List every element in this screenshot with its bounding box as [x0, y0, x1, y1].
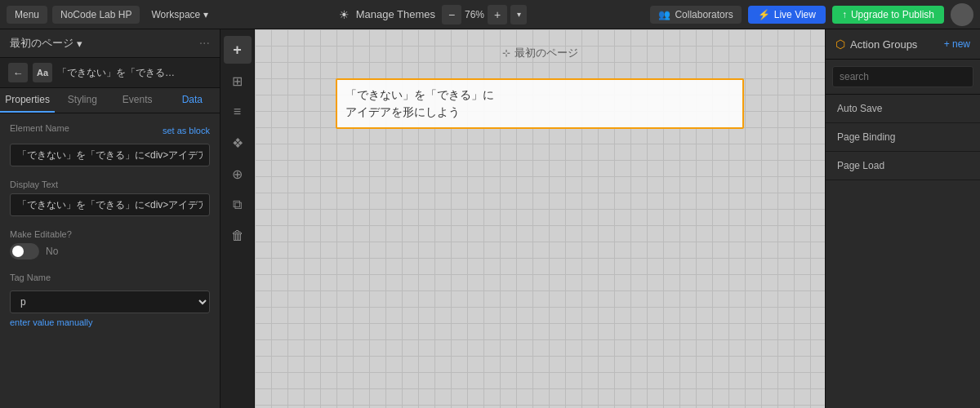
center-toolbar: + ⊞ ≡ ❖ ⊕ ⧉ 🗑	[220, 29, 255, 408]
properties-tabs: Properties Styling Events Data	[0, 88, 220, 113]
add-component-button[interactable]: ⊕	[224, 160, 252, 188]
tag-name-label: Tag Name	[10, 273, 210, 282]
element-name-row: Element Name set as block	[10, 123, 210, 166]
anchor-icon: ⊹	[502, 47, 510, 59]
action-group-item-autosave[interactable]: Auto Save	[826, 95, 980, 123]
topbar-right: 👥 Collaborators ⚡ Live View ↑ Upgrade to…	[650, 3, 973, 26]
zoom-in-button[interactable]: +	[488, 5, 507, 24]
tab-data[interactable]: Data	[165, 88, 220, 113]
properties-body: Element Name set as block Display Text M…	[0, 113, 220, 408]
canvas-page-label: 最初のページ	[514, 46, 578, 60]
display-text-input[interactable]	[10, 193, 210, 216]
action-group-item-pagebinding[interactable]: Page Binding	[826, 123, 980, 152]
chevron-down-icon: ▾	[77, 38, 82, 50]
menu-button[interactable]: Menu	[7, 6, 47, 24]
make-editable-label: Make Editable?	[10, 229, 210, 239]
chevron-down-icon: ▾	[203, 9, 208, 20]
action-group-list: Auto Save Page Binding Page Load	[826, 95, 980, 180]
right-panel-header: ⬡ Action Groups + new	[826, 29, 980, 60]
topbar-center: ☀ Manage Themes − 76% + ▾	[221, 5, 644, 24]
zoom-controls: − 76% + ▾	[442, 5, 527, 24]
tab-styling[interactable]: Styling	[55, 88, 109, 113]
breadcrumb-back-button[interactable]: ←	[8, 63, 28, 82]
add-element-button[interactable]: +	[224, 36, 252, 64]
page-header: 最初のページ ▾ ···	[0, 29, 220, 58]
right-search-area	[826, 60, 980, 95]
action-group-item-pageload[interactable]: Page Load	[826, 152, 980, 180]
theme-toggle-icon[interactable]: ☀	[339, 8, 350, 21]
tab-properties[interactable]: Properties	[0, 88, 55, 113]
make-editable-toggle[interactable]	[10, 243, 39, 259]
site-name-button[interactable]: NoCode Lab HP	[52, 6, 140, 24]
tag-name-select[interactable]: p	[10, 290, 210, 313]
breadcrumb-text: 「できない」を「できる」に<div>	[57, 66, 180, 80]
page-label-area: ⊹ 最初のページ	[502, 46, 578, 60]
topbar-left: Menu NoCode Lab HP Workspace ▾	[7, 6, 215, 24]
action-groups-icon: ⬡	[835, 38, 845, 51]
enter-manually-link[interactable]: enter value manually	[10, 317, 210, 327]
layers-button[interactable]: ≡	[224, 98, 252, 126]
tab-events[interactable]: Events	[110, 88, 165, 113]
canvas: ⊹ 最初のページ 「できない」を「できる」に アイデアを形にしよう	[255, 29, 825, 408]
live-view-button[interactable]: ⚡ Live View	[748, 6, 826, 24]
arrow-up-icon: ↑	[842, 9, 847, 20]
canvas-grid[interactable]: ⊹ 最初のページ 「できない」を「できる」に アイデアを形にしよう	[255, 29, 825, 408]
tag-name-row: Tag Name p enter value manually	[10, 273, 210, 327]
text-style-button[interactable]: Aa	[33, 63, 52, 82]
element-breadcrumb: ← Aa 「できない」を「できる」に<div>	[0, 58, 220, 88]
bolt-icon: ⚡	[758, 9, 770, 20]
page-name-button[interactable]: 最初のページ ▾	[10, 36, 82, 51]
left-panel: 最初のページ ▾ ··· ← Aa 「できない」を「できる」に<div> Pro…	[0, 29, 220, 408]
page-more-button[interactable]: ···	[199, 36, 210, 51]
collaborators-button[interactable]: 👥 Collaborators	[650, 6, 741, 24]
topbar: Menu NoCode Lab HP Workspace ▾ ☀ Manage …	[0, 0, 980, 29]
element-name-label: Element Name	[10, 123, 69, 133]
pages-button[interactable]: ⊞	[224, 67, 252, 95]
element-name-input[interactable]	[10, 144, 210, 166]
new-action-group-button[interactable]: + new	[944, 38, 970, 50]
zoom-dropdown-button[interactable]: ▾	[510, 5, 527, 24]
toggle-label: No	[46, 246, 58, 257]
workspace-button[interactable]: Workspace ▾	[145, 6, 215, 24]
action-group-search-input[interactable]	[832, 66, 973, 87]
action-groups-title: ⬡ Action Groups	[835, 38, 917, 51]
copy-button[interactable]: ⧉	[224, 191, 252, 219]
publish-button[interactable]: ↑ Upgrade to Publish	[832, 6, 944, 24]
zoom-value: 76%	[465, 9, 484, 20]
components-button[interactable]: ❖	[224, 129, 252, 157]
text-element-content: 「できない」を「できる」に アイデアを形にしよう	[345, 86, 734, 121]
manage-themes-button[interactable]: Manage Themes	[356, 8, 435, 20]
zoom-out-button[interactable]: −	[442, 5, 461, 24]
users-icon: 👥	[658, 9, 670, 20]
user-avatar[interactable]	[951, 3, 973, 26]
display-text-row: Display Text	[10, 180, 210, 216]
display-text-label: Display Text	[10, 180, 210, 189]
set-as-block-button[interactable]: set as block	[163, 126, 210, 135]
main-layout: 最初のページ ▾ ··· ← Aa 「できない」を「できる」に<div> Pro…	[0, 29, 980, 408]
right-panel: ⬡ Action Groups + new Auto Save Page Bin…	[825, 29, 980, 408]
make-editable-toggle-row: No	[10, 243, 210, 259]
delete-button[interactable]: 🗑	[224, 222, 252, 250]
text-element-box[interactable]: 「できない」を「できる」に アイデアを形にしよう	[336, 78, 744, 129]
